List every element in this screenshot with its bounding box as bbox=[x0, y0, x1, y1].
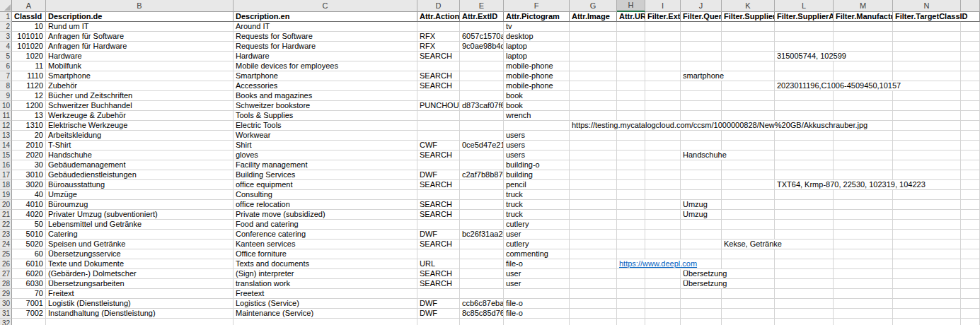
cell-K8[interactable] bbox=[722, 81, 775, 91]
cell-X15[interactable] bbox=[961, 150, 980, 160]
cell-I14[interactable] bbox=[645, 141, 681, 150]
cell-A2[interactable]: 10 bbox=[12, 22, 46, 32]
cell-N8[interactable] bbox=[893, 81, 961, 91]
cell-D11[interactable] bbox=[417, 111, 460, 121]
cell-L27[interactable] bbox=[775, 269, 834, 279]
cell-G22[interactable] bbox=[570, 220, 617, 230]
cell-D19[interactable] bbox=[417, 190, 460, 200]
cell-L10[interactable] bbox=[775, 101, 834, 111]
cell-B7[interactable]: Smartphone bbox=[46, 71, 234, 81]
cell-N23[interactable] bbox=[893, 230, 961, 240]
cell-I13[interactable] bbox=[645, 131, 681, 141]
cell-C5[interactable]: Hardware bbox=[234, 52, 417, 61]
cell-I27[interactable] bbox=[645, 269, 681, 279]
cell-D20[interactable]: SEARCH bbox=[417, 200, 460, 210]
cell-B21[interactable]: Privater Umzug (subventioniert) bbox=[46, 210, 234, 220]
cell-D12[interactable] bbox=[417, 121, 460, 131]
cell-J8[interactable] bbox=[681, 81, 722, 91]
cell-K20[interactable] bbox=[722, 200, 775, 210]
cell-C20[interactable]: office relocation bbox=[234, 200, 417, 210]
cell-M16[interactable] bbox=[834, 160, 893, 170]
cell-A4[interactable]: 101020 bbox=[12, 42, 46, 52]
cell-I3[interactable] bbox=[645, 32, 681, 42]
row-header-15[interactable]: 15 bbox=[0, 150, 12, 160]
column-header-A[interactable]: A bbox=[12, 0, 46, 12]
cell-I30[interactable] bbox=[645, 299, 681, 309]
cell-A5[interactable]: 1020 bbox=[12, 52, 46, 61]
cell-L19[interactable] bbox=[775, 190, 834, 200]
cell-J28[interactable]: Übersetzung bbox=[681, 279, 722, 289]
cell-I23[interactable] bbox=[645, 230, 681, 240]
cell-C18[interactable]: office equipment bbox=[234, 180, 417, 190]
cell-G30[interactable] bbox=[570, 299, 617, 309]
row-header-7[interactable]: 7 bbox=[0, 71, 12, 81]
cell-A20[interactable]: 4010 bbox=[12, 200, 46, 210]
cell-I22[interactable] bbox=[645, 220, 681, 230]
cell-D9[interactable] bbox=[417, 91, 460, 101]
cell-E15[interactable] bbox=[460, 150, 504, 160]
cell-X13[interactable] bbox=[961, 131, 980, 141]
cell-J7[interactable]: smartphone bbox=[681, 71, 722, 81]
cell-L9[interactable] bbox=[775, 91, 834, 101]
row-header-25[interactable]: 25 bbox=[0, 249, 12, 259]
row-header-31[interactable]: 31 bbox=[0, 309, 12, 319]
cell-H31[interactable] bbox=[617, 309, 645, 319]
cell-G1[interactable]: Attr.Image bbox=[570, 12, 617, 22]
cell-A13[interactable]: 20 bbox=[12, 131, 46, 141]
cell-X20[interactable] bbox=[961, 200, 980, 210]
cell-C17[interactable]: Building Services bbox=[234, 170, 417, 180]
cell-M30[interactable] bbox=[834, 299, 893, 309]
cell-E20[interactable] bbox=[460, 200, 504, 210]
cell-B29[interactable]: Freitext bbox=[46, 289, 234, 299]
cell-N24[interactable] bbox=[893, 240, 961, 249]
cell-M4[interactable] bbox=[834, 42, 893, 52]
cell-F11[interactable]: wrench bbox=[504, 111, 570, 121]
row-header-12[interactable]: 12 bbox=[0, 121, 12, 131]
cell-I9[interactable] bbox=[645, 91, 681, 101]
cell-N16[interactable] bbox=[893, 160, 961, 170]
row-header-29[interactable]: 29 bbox=[0, 289, 12, 299]
row-header-22[interactable]: 22 bbox=[0, 220, 12, 230]
cell-N22[interactable] bbox=[893, 220, 961, 230]
cell-H7[interactable] bbox=[617, 71, 645, 81]
cell-E13[interactable] bbox=[460, 131, 504, 141]
cell-L20[interactable] bbox=[775, 200, 834, 210]
cell-N17[interactable] bbox=[893, 170, 961, 180]
column-header-J[interactable]: J bbox=[681, 0, 722, 12]
cell-C13[interactable]: Workwear bbox=[234, 131, 417, 141]
cell-D26[interactable]: URL bbox=[417, 259, 460, 269]
cell-E32[interactable] bbox=[460, 319, 504, 325]
cell-J5[interactable] bbox=[681, 52, 722, 61]
cell-H8[interactable] bbox=[617, 81, 645, 91]
cell-J31[interactable] bbox=[681, 309, 722, 319]
cell-M28[interactable] bbox=[834, 279, 893, 289]
cell-C1[interactable]: Description.en bbox=[234, 12, 417, 22]
cell-E18[interactable] bbox=[460, 180, 504, 190]
cell-H26[interactable]: https://www.deepl.com bbox=[617, 259, 645, 269]
cell-I19[interactable] bbox=[645, 190, 681, 200]
cell-N14[interactable] bbox=[893, 141, 961, 150]
cell-C10[interactable]: Schweitzer bookstore bbox=[234, 101, 417, 111]
cell-I28[interactable] bbox=[645, 279, 681, 289]
cell-E7[interactable] bbox=[460, 71, 504, 81]
cell-J23[interactable] bbox=[681, 230, 722, 240]
cell-N7[interactable] bbox=[893, 71, 961, 81]
cell-K29[interactable] bbox=[722, 289, 775, 299]
row-header-4[interactable]: 4 bbox=[0, 42, 12, 52]
cell-A25[interactable]: 60 bbox=[12, 249, 46, 259]
cell-N28[interactable] bbox=[893, 279, 961, 289]
cell-K22[interactable] bbox=[722, 220, 775, 230]
cell-M13[interactable] bbox=[834, 131, 893, 141]
cell-M15[interactable] bbox=[834, 150, 893, 160]
row-header-32[interactable]: 32 bbox=[0, 319, 12, 325]
cell-G11[interactable] bbox=[570, 111, 617, 121]
cell-C7[interactable]: Smartphone bbox=[234, 71, 417, 81]
cell-K26[interactable] bbox=[722, 259, 775, 269]
cell-B30[interactable]: Logistik (Dienstleistung) bbox=[46, 299, 234, 309]
cell-K16[interactable] bbox=[722, 160, 775, 170]
cell-F8[interactable]: mobile-phone bbox=[504, 81, 570, 91]
row-header-11[interactable]: 11 bbox=[0, 111, 12, 121]
cell-N3[interactable] bbox=[893, 32, 961, 42]
cell-M32[interactable] bbox=[834, 319, 893, 325]
column-header-C[interactable]: C bbox=[234, 0, 417, 12]
